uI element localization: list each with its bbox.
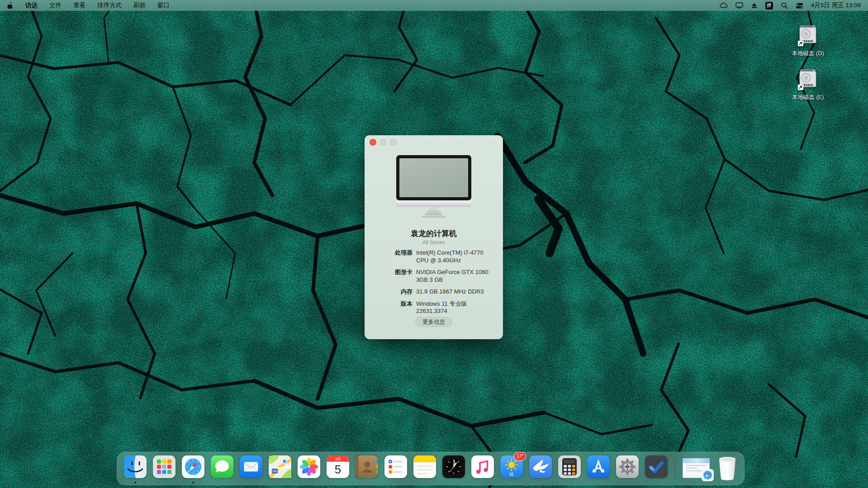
- control-center-icon[interactable]: [796, 2, 803, 9]
- display-mirroring-icon[interactable]: [735, 2, 743, 9]
- dock-icon-maps[interactable]: 280: [269, 455, 291, 478]
- dock-icon-clock[interactable]: [442, 455, 465, 478]
- menu-item-file[interactable]: 文件: [49, 1, 62, 9]
- close-button[interactable]: [370, 139, 376, 146]
- dock-icon-contacts[interactable]: [356, 455, 378, 478]
- dock-icon-system-settings[interactable]: [616, 455, 639, 478]
- hard-disk-icon: [797, 24, 818, 47]
- hard-disk-icon: [797, 67, 818, 91]
- svg-text:晴: 晴: [510, 472, 514, 477]
- trash-icon[interactable]: [716, 455, 739, 481]
- search-icon[interactable]: [781, 2, 788, 9]
- shortcut-arrow-icon: [798, 41, 803, 46]
- safari-badge-icon: [702, 469, 714, 481]
- dock-icon-xunlei-thunder[interactable]: [529, 455, 552, 478]
- about-this-computer-window: 袁龙的计算机 All Series 处理器 Intel(R) Core(TM) …: [365, 135, 503, 339]
- dock: 280 4月5 17° 晴: [117, 452, 745, 485]
- desktop-icon-local-disk-e[interactable]: 本地磁盘 (E): [788, 67, 827, 101]
- maximize-button[interactable]: [390, 139, 397, 146]
- imac-illustration: [396, 155, 471, 218]
- spec-label-memory: 内存: [382, 288, 413, 296]
- spec-label-version: 版本: [382, 300, 413, 315]
- model-line: All Series: [365, 239, 503, 246]
- menu-item-sort[interactable]: 排序方式: [97, 1, 122, 9]
- svg-text:5: 5: [335, 463, 341, 476]
- dock-icon-finder[interactable]: [124, 455, 147, 478]
- apple-menu-icon[interactable]: [7, 2, 14, 9]
- dock-icon-notes[interactable]: [413, 455, 436, 478]
- weather-temperature-badge: 17°: [514, 452, 526, 461]
- spec-value-cpu: Intel(R) Core(TM) i7-4770 CPU @ 3.40GHz: [416, 249, 497, 264]
- dock-icon-launchpad[interactable]: [153, 455, 175, 478]
- menu-item-view[interactable]: 查看: [73, 1, 85, 9]
- dock-icon-app-store[interactable]: [587, 455, 610, 478]
- menu-bar-clock[interactable]: 4月5日 周五 13:09: [811, 1, 861, 9]
- spec-value-memory: 31.9 GB 1867 MHz DDR3: [416, 288, 497, 296]
- dock-icon-microsoft-todo[interactable]: [645, 455, 668, 478]
- dock-icon-calendar[interactable]: 4月5: [327, 455, 349, 478]
- shortcut-arrow-icon: [798, 85, 803, 90]
- window-controls: [370, 139, 397, 146]
- desktop-icon-label: 本地磁盘 (E): [788, 94, 827, 101]
- dock-icon-reminders[interactable]: [384, 455, 407, 478]
- window-thumbnail-header: [683, 459, 709, 463]
- desktop-screen: 访达 文件 查看 排序方式 刷新 窗口 拼 4月5日 周五 13:: [0, 0, 868, 488]
- more-info-button[interactable]: 更多信息: [415, 317, 452, 327]
- svg-text:4月: 4月: [335, 457, 341, 461]
- computer-name: 袁龙的计算机: [365, 228, 503, 239]
- dock-icon-music[interactable]: [471, 455, 494, 478]
- eject-icon[interactable]: [751, 2, 758, 9]
- spec-label-cpu: 处理器: [382, 249, 413, 264]
- running-indicator: [134, 482, 136, 483]
- desktop-icon-label: 本地磁盘 (D): [788, 50, 827, 57]
- dock-icon-photos[interactable]: [298, 455, 320, 478]
- minimize-button[interactable]: [380, 139, 387, 146]
- menu-item-refresh[interactable]: 刷新: [133, 1, 146, 9]
- dock-icon-safari[interactable]: [182, 455, 204, 478]
- menu-item-finder[interactable]: 访达: [25, 1, 38, 9]
- menu-bar: 访达 文件 查看 排序方式 刷新 窗口 拼 4月5日 周五 13:: [0, 0, 868, 11]
- spec-value-gpu: NVIDIA GeForce GTX 1060 3GB 3 GB: [416, 269, 497, 284]
- dock-icon-calculator[interactable]: [558, 455, 581, 478]
- dock-icon-weather[interactable]: 17° 晴: [500, 455, 523, 478]
- dock-icon-mail[interactable]: [240, 455, 262, 478]
- desktop-icon-local-disk-d[interactable]: 本地磁盘 (D): [788, 24, 827, 57]
- spec-label-gpu: 图形卡: [382, 269, 413, 284]
- spec-list: 处理器 Intel(R) Core(TM) i7-4770 CPU @ 3.40…: [382, 249, 497, 315]
- running-indicator: [192, 482, 194, 483]
- minimized-safari-window[interactable]: [683, 458, 711, 479]
- cloud-icon[interactable]: [720, 2, 728, 9]
- svg-text:280: 280: [272, 469, 277, 473]
- input-method-icon[interactable]: 拼: [765, 2, 773, 9]
- dock-separator: [675, 455, 676, 479]
- spec-value-version: Windows 11 专业版 22631.3374: [416, 300, 497, 315]
- dock-icon-messages[interactable]: [211, 455, 233, 478]
- menu-item-window[interactable]: 窗口: [157, 1, 170, 9]
